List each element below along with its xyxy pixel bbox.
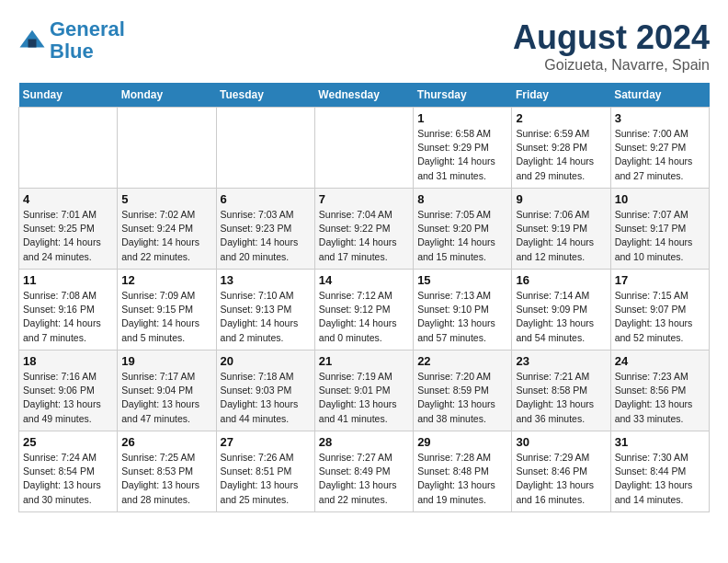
day-number: 25: [23, 435, 113, 449]
day-cell: 29Sunrise: 7:28 AM Sunset: 8:48 PM Dayli…: [414, 431, 512, 512]
logo-icon: [18, 27, 46, 54]
title-section: August 2024 Goizueta, Navarre, Spain: [513, 18, 710, 74]
day-info: Sunrise: 7:16 AM Sunset: 9:06 PM Dayligh…: [23, 370, 113, 426]
logo-line1: General: [50, 17, 125, 40]
day-cell: 3Sunrise: 7:00 AM Sunset: 9:27 PM Daylig…: [610, 108, 709, 189]
svg-rect-1: [28, 40, 37, 48]
day-number: 27: [221, 435, 311, 449]
day-cell: 27Sunrise: 7:26 AM Sunset: 8:51 PM Dayli…: [216, 431, 314, 512]
day-number: 28: [319, 435, 409, 449]
day-cell: 9Sunrise: 7:06 AM Sunset: 9:19 PM Daylig…: [512, 189, 610, 270]
day-cell: 10Sunrise: 7:07 AM Sunset: 9:17 PM Dayli…: [610, 189, 709, 270]
day-info: Sunrise: 7:00 AM Sunset: 9:27 PM Dayligh…: [615, 127, 705, 183]
day-cell: 28Sunrise: 7:27 AM Sunset: 8:49 PM Dayli…: [314, 431, 413, 512]
day-cell: 8Sunrise: 7:05 AM Sunset: 9:20 PM Daylig…: [414, 189, 512, 270]
day-cell: 1Sunrise: 6:58 AM Sunset: 9:29 PM Daylig…: [414, 108, 512, 189]
logo-line2: Blue: [50, 40, 94, 63]
week-row-2: 4Sunrise: 7:01 AM Sunset: 9:25 PM Daylig…: [19, 189, 710, 270]
day-cell: 12Sunrise: 7:09 AM Sunset: 9:15 PM Dayli…: [118, 270, 216, 350]
day-info: Sunrise: 7:25 AM Sunset: 8:53 PM Dayligh…: [121, 451, 211, 507]
weekday-header-thursday: Thursday: [414, 83, 512, 108]
logo-text: General Blue: [50, 18, 125, 63]
day-info: Sunrise: 7:23 AM Sunset: 8:56 PM Dayligh…: [615, 370, 705, 426]
day-number: 8: [417, 192, 507, 206]
day-info: Sunrise: 7:19 AM Sunset: 9:01 PM Dayligh…: [319, 370, 409, 426]
day-cell: 17Sunrise: 7:15 AM Sunset: 9:07 PM Dayli…: [610, 270, 709, 350]
day-info: Sunrise: 7:27 AM Sunset: 8:49 PM Dayligh…: [319, 451, 409, 507]
day-number: 18: [23, 354, 113, 368]
day-cell: 16Sunrise: 7:14 AM Sunset: 9:09 PM Dayli…: [512, 270, 610, 350]
day-cell: 11Sunrise: 7:08 AM Sunset: 9:16 PM Dayli…: [19, 270, 118, 350]
day-number: 29: [417, 435, 507, 449]
day-number: 4: [23, 192, 113, 206]
day-cell: 6Sunrise: 7:03 AM Sunset: 9:23 PM Daylig…: [216, 189, 314, 270]
day-info: Sunrise: 7:03 AM Sunset: 9:23 PM Dayligh…: [221, 208, 311, 264]
day-cell: 2Sunrise: 6:59 AM Sunset: 9:28 PM Daylig…: [512, 108, 610, 189]
day-info: Sunrise: 7:01 AM Sunset: 9:25 PM Dayligh…: [23, 208, 113, 264]
day-info: Sunrise: 7:10 AM Sunset: 9:13 PM Dayligh…: [221, 289, 311, 345]
day-info: Sunrise: 7:05 AM Sunset: 9:20 PM Dayligh…: [417, 208, 507, 264]
week-row-1: 1Sunrise: 6:58 AM Sunset: 9:29 PM Daylig…: [19, 108, 710, 189]
day-cell: 7Sunrise: 7:04 AM Sunset: 9:22 PM Daylig…: [314, 189, 413, 270]
day-info: Sunrise: 7:12 AM Sunset: 9:12 PM Dayligh…: [319, 289, 409, 345]
day-cell: 24Sunrise: 7:23 AM Sunset: 8:56 PM Dayli…: [610, 350, 709, 431]
day-number: 9: [516, 192, 606, 206]
day-cell: [314, 108, 413, 189]
day-cell: 18Sunrise: 7:16 AM Sunset: 9:06 PM Dayli…: [19, 350, 118, 431]
location: Goizueta, Navarre, Spain: [513, 57, 710, 74]
day-number: 21: [319, 354, 409, 368]
day-info: Sunrise: 7:28 AM Sunset: 8:48 PM Dayligh…: [417, 451, 507, 507]
day-number: 19: [121, 354, 211, 368]
day-number: 2: [516, 111, 606, 125]
day-number: 23: [516, 354, 606, 368]
calendar: SundayMondayTuesdayWednesdayThursdayFrid…: [18, 83, 710, 512]
day-info: Sunrise: 7:08 AM Sunset: 9:16 PM Dayligh…: [23, 289, 113, 345]
day-cell: 19Sunrise: 7:17 AM Sunset: 9:04 PM Dayli…: [118, 350, 216, 431]
day-cell: [19, 108, 118, 189]
week-row-4: 18Sunrise: 7:16 AM Sunset: 9:06 PM Dayli…: [19, 350, 710, 431]
day-cell: 26Sunrise: 7:25 AM Sunset: 8:53 PM Dayli…: [118, 431, 216, 512]
weekday-header-row: SundayMondayTuesdayWednesdayThursdayFrid…: [19, 83, 710, 108]
day-number: 10: [615, 192, 705, 206]
day-number: 3: [615, 111, 705, 125]
weekday-header-wednesday: Wednesday: [314, 83, 413, 108]
day-number: 17: [615, 273, 705, 287]
week-row-3: 11Sunrise: 7:08 AM Sunset: 9:16 PM Dayli…: [19, 270, 710, 350]
day-number: 26: [121, 435, 211, 449]
day-cell: 25Sunrise: 7:24 AM Sunset: 8:54 PM Dayli…: [19, 431, 118, 512]
day-number: 24: [615, 354, 705, 368]
day-number: 5: [121, 192, 211, 206]
day-cell: 30Sunrise: 7:29 AM Sunset: 8:46 PM Dayli…: [512, 431, 610, 512]
day-cell: 15Sunrise: 7:13 AM Sunset: 9:10 PM Dayli…: [414, 270, 512, 350]
day-number: 30: [516, 435, 606, 449]
day-cell: 14Sunrise: 7:12 AM Sunset: 9:12 PM Dayli…: [314, 270, 413, 350]
day-info: Sunrise: 7:13 AM Sunset: 9:10 PM Dayligh…: [417, 289, 507, 345]
day-info: Sunrise: 7:17 AM Sunset: 9:04 PM Dayligh…: [121, 370, 211, 426]
day-info: Sunrise: 7:14 AM Sunset: 9:09 PM Dayligh…: [516, 289, 606, 345]
day-info: Sunrise: 7:26 AM Sunset: 8:51 PM Dayligh…: [221, 451, 311, 507]
logo: General Blue: [18, 18, 125, 63]
day-info: Sunrise: 7:29 AM Sunset: 8:46 PM Dayligh…: [516, 451, 606, 507]
day-number: 31: [615, 435, 705, 449]
day-number: 6: [221, 192, 311, 206]
weekday-header-saturday: Saturday: [610, 83, 709, 108]
day-number: 16: [516, 273, 606, 287]
day-number: 13: [221, 273, 311, 287]
page-header: General Blue August 2024 Goizueta, Navar…: [18, 18, 710, 74]
day-info: Sunrise: 7:06 AM Sunset: 9:19 PM Dayligh…: [516, 208, 606, 264]
day-number: 15: [417, 273, 507, 287]
day-info: Sunrise: 7:04 AM Sunset: 9:22 PM Dayligh…: [319, 208, 409, 264]
day-number: 12: [121, 273, 211, 287]
day-cell: 23Sunrise: 7:21 AM Sunset: 8:58 PM Dayli…: [512, 350, 610, 431]
day-info: Sunrise: 6:58 AM Sunset: 9:29 PM Dayligh…: [417, 127, 507, 183]
weekday-header-sunday: Sunday: [19, 83, 118, 108]
weekday-header-monday: Monday: [118, 83, 216, 108]
day-info: Sunrise: 7:07 AM Sunset: 9:17 PM Dayligh…: [615, 208, 705, 264]
day-info: Sunrise: 7:15 AM Sunset: 9:07 PM Dayligh…: [615, 289, 705, 345]
day-cell: 20Sunrise: 7:18 AM Sunset: 9:03 PM Dayli…: [216, 350, 314, 431]
day-cell: 5Sunrise: 7:02 AM Sunset: 9:24 PM Daylig…: [118, 189, 216, 270]
day-cell: [216, 108, 314, 189]
month-title: August 2024: [513, 18, 710, 57]
day-cell: 13Sunrise: 7:10 AM Sunset: 9:13 PM Dayli…: [216, 270, 314, 350]
day-info: Sunrise: 7:02 AM Sunset: 9:24 PM Dayligh…: [121, 208, 211, 264]
